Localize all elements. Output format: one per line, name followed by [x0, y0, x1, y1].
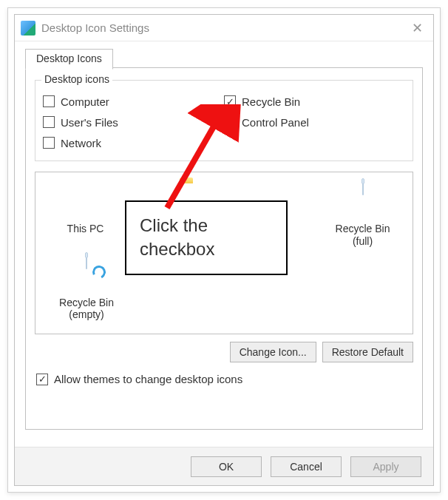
change-icon-button[interactable]: Change Icon...: [230, 342, 316, 362]
checkbox-recycle-bin[interactable]: [224, 95, 236, 107]
group-title: Desktop icons: [41, 73, 112, 85]
checkbox-label: Control Panel: [242, 116, 309, 129]
tabstrip: Desktop Icons: [25, 49, 423, 68]
checkbox-row-allow-themes[interactable]: Allow themes to change desktop icons: [36, 373, 412, 385]
dialog-button-bar: OK Cancel Apply: [15, 447, 433, 485]
checkbox-users-files[interactable]: [43, 116, 55, 128]
icon-label: This PC: [67, 223, 104, 234]
app-icon: [21, 21, 35, 36]
checkbox-computer[interactable]: [43, 95, 55, 107]
checkbox-row-recycle-bin[interactable]: Recycle Bin: [224, 91, 405, 112]
cancel-button[interactable]: Cancel: [271, 456, 342, 477]
checkbox-label: Computer: [61, 95, 109, 108]
ok-button[interactable]: OK: [191, 456, 262, 477]
checkbox-row-computer[interactable]: Computer: [43, 91, 224, 112]
icon-label-line2: (full): [353, 235, 373, 247]
tab-desktop-icons[interactable]: Desktop Icons: [25, 49, 113, 70]
checkbox-label: Recycle Bin: [242, 95, 300, 108]
apply-button[interactable]: Apply: [350, 456, 421, 477]
checkbox-row-network[interactable]: Network: [43, 132, 224, 153]
checkbox-label: Allow themes to change desktop icons: [54, 373, 242, 385]
annotation-text: Click the checkbox: [140, 215, 214, 259]
desktop-icons-group: Desktop icons Computer User's Files: [35, 80, 413, 161]
checkbox-network[interactable]: [43, 137, 55, 149]
icon-button-row: Change Icon... Restore Default: [35, 342, 413, 362]
recycle-bin-full-icon: [342, 183, 384, 218]
annotation-callout: Click the checkbox: [125, 200, 288, 275]
recycle-bin-empty-icon: [66, 257, 107, 292]
window-title: Desktop Icon Settings: [41, 21, 407, 34]
icon-label-line2: (empty): [69, 308, 103, 320]
checkbox-row-users-files[interactable]: User's Files: [43, 112, 224, 132]
icon-recycle-bin-empty[interactable]: Recycle Bin (empty): [43, 257, 130, 322]
checkbox-label: User's Files: [61, 116, 118, 129]
icon-recycle-bin-full[interactable]: Recycle Bin (full): [320, 183, 405, 248]
monitor-icon: [65, 183, 106, 218]
checkbox-control-panel[interactable]: [224, 116, 236, 128]
screenshot-frame: Desktop Icon Settings ✕ Desktop Icons De…: [7, 7, 441, 493]
checkbox-allow-themes[interactable]: [36, 374, 48, 385]
titlebar: Desktop Icon Settings ✕: [15, 15, 433, 41]
close-icon[interactable]: ✕: [407, 20, 427, 36]
icon-label-line1: Recycle Bin: [59, 297, 114, 308]
restore-default-button[interactable]: Restore Default: [322, 342, 413, 362]
checkbox-label: Network: [61, 137, 101, 149]
icon-this-pc[interactable]: This PC: [43, 183, 128, 248]
icon-label-line1: Recycle Bin: [336, 223, 390, 234]
checkbox-row-control-panel[interactable]: Control Panel: [224, 112, 405, 132]
